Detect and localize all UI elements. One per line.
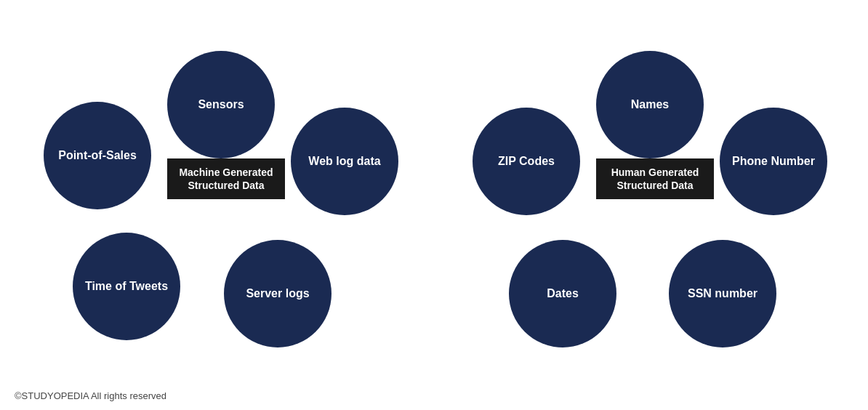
circle-label: Server logs: [246, 286, 309, 302]
human-generated-label: Human Generated Structured Data: [596, 158, 714, 199]
circle-server-logs: Server logs: [224, 240, 331, 347]
main-diagram: Point-of-Sales Sensors Web log data Mach…: [0, 0, 868, 378]
circle-label: Phone Number: [732, 154, 815, 169]
circle-zip-codes: ZIP Codes: [473, 108, 580, 215]
circle-label: SSN number: [688, 286, 758, 302]
circle-dates: Dates: [509, 240, 616, 347]
circle-point-of-sales: Point-of-Sales: [44, 102, 151, 209]
circle-ssn-number: SSN number: [669, 240, 776, 347]
circle-label: Names: [631, 97, 669, 113]
footer-text: ©STUDYOPEDIA All rights reserved: [15, 390, 166, 401]
circle-label: Dates: [547, 286, 579, 302]
circle-sensors: Sensors: [167, 51, 275, 158]
circle-label: Sensors: [198, 97, 244, 113]
label-box-text: Machine Generated Structured Data: [179, 166, 273, 191]
circle-label: Point-of-Sales: [58, 148, 137, 164]
machine-generated-label: Machine Generated Structured Data: [167, 158, 285, 199]
circle-time-of-tweets: Time of Tweets: [73, 233, 180, 340]
circle-label: ZIP Codes: [498, 154, 555, 169]
circle-web-log-data: Web log data: [291, 108, 398, 215]
circle-phone-number: Phone Number: [720, 108, 827, 215]
label-box-text: Human Generated Structured Data: [611, 166, 699, 191]
circle-label: Time of Tweets: [85, 279, 168, 294]
circle-label: Web log data: [308, 154, 380, 169]
circle-names: Names: [596, 51, 704, 158]
